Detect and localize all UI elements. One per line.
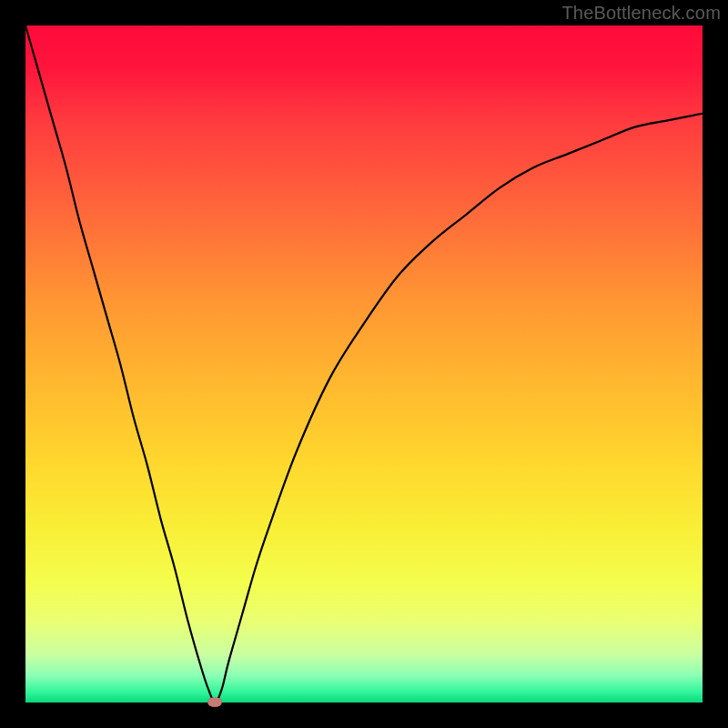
curve-svg xyxy=(25,25,703,703)
watermark-text: TheBottleneck.com xyxy=(561,3,721,24)
bottleneck-curve xyxy=(25,25,703,703)
plot-area xyxy=(25,25,703,703)
chart-frame: TheBottleneck.com xyxy=(0,0,728,728)
minimum-marker xyxy=(207,697,222,707)
